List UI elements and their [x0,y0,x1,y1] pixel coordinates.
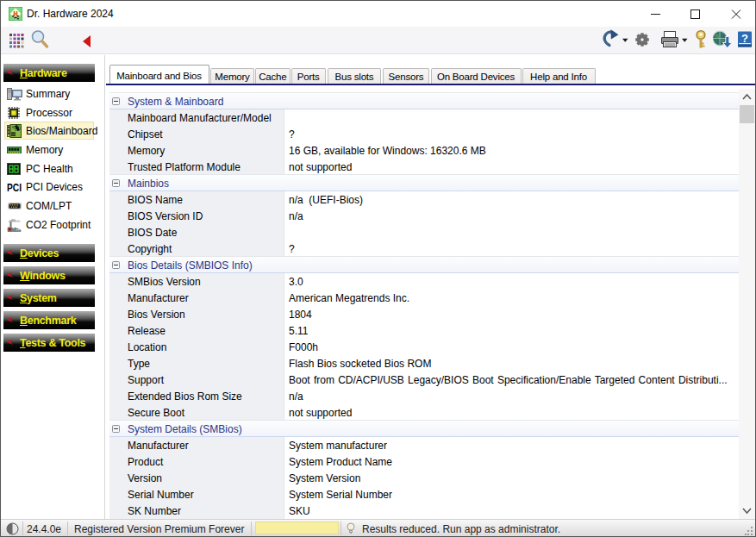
svg-text:?: ? [741,32,748,45]
svg-text:PCI: PCI [7,182,22,194]
